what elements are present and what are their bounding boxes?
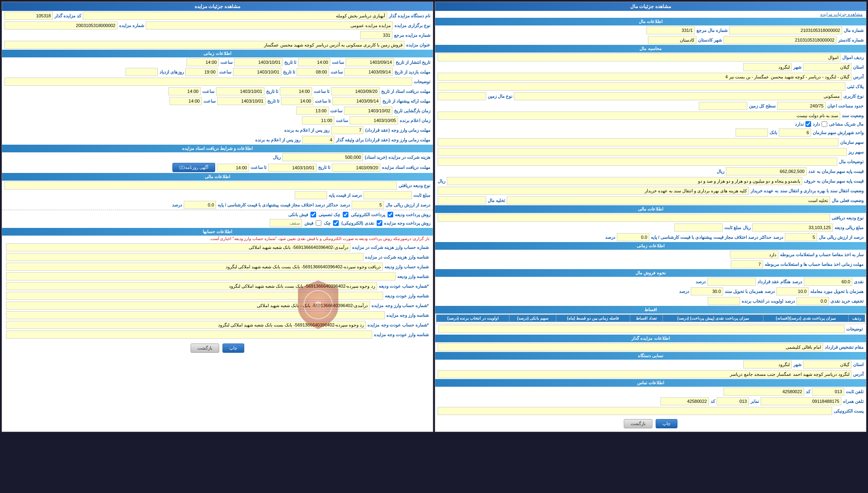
shahr-input[interactable] [743, 63, 792, 71]
asnad-mohlat-az-input[interactable] [332, 164, 380, 172]
shomare-mal-input[interactable] [729, 26, 842, 34]
mohlat-daryaft-ta-saat-input[interactable] [168, 87, 201, 95]
naghd-val-input[interactable] [804, 278, 852, 286]
mohlat-arae-ta-input[interactable] [217, 97, 266, 105]
moghaam-input[interactable] [438, 343, 823, 351]
sath-kol-input[interactable] [699, 102, 747, 110]
zaman-elam-saat-input[interactable] [302, 116, 334, 124]
tazih-zamani-input[interactable] [4, 78, 412, 86]
left-print-button[interactable]: چاپ [656, 419, 677, 428]
bazdid-az-saat-input[interactable] [297, 68, 329, 76]
right-back-button[interactable]: بازگشت [191, 343, 219, 353]
hamzaman-input[interactable] [776, 287, 809, 295]
bazdid-az-input[interactable] [344, 68, 393, 76]
mohlat-arae-ta-saat-input[interactable] [170, 97, 202, 105]
sharik-checkbox[interactable] [822, 121, 827, 127]
shahrsazman-input[interactable] [779, 129, 811, 137]
hesab-vojoh-input[interactable] [6, 301, 370, 310]
gheymatebase-text-input[interactable] [447, 177, 802, 185]
ostan-input[interactable] [803, 63, 851, 71]
shenase-odut-input[interactable] [6, 292, 383, 300]
zaman-bazgashayi-saat-input[interactable] [296, 107, 329, 115]
left-back-button[interactable]: بازگشت [624, 419, 652, 428]
mohlat-arae-az-input[interactable] [332, 97, 381, 105]
pelak-input[interactable] [438, 82, 845, 91]
enteshar-ta-input[interactable] [234, 58, 283, 66]
mohlat-daryaft-az-saat-input[interactable] [280, 87, 312, 95]
mablagh-sabet-right-input[interactable] [363, 191, 412, 199]
vaziat-feli-input[interactable] [507, 196, 830, 204]
vojoh-naghdi-cb[interactable] [377, 220, 382, 226]
bank-input[interactable] [736, 129, 768, 137]
kadaster-input[interactable] [723, 36, 837, 44]
nam-dastgah-input[interactable] [83, 12, 387, 20]
shomare-mal-marje-input[interactable] [646, 26, 695, 34]
fax-input[interactable] [660, 397, 709, 405]
mohlat-input[interactable] [731, 260, 763, 268]
noe-mal-input[interactable] [438, 92, 486, 100]
ostan-gar-input[interactable] [803, 360, 851, 369]
bazdid-ta-saat-input[interactable] [185, 68, 218, 76]
masahat-input[interactable] [777, 102, 826, 110]
noe-bargozari-input[interactable] [146, 21, 393, 29]
payment-chek-cb[interactable] [343, 212, 348, 217]
vaziat-naghl-input[interactable] [438, 187, 749, 195]
mablagh-riali-input[interactable] [752, 223, 833, 232]
asnad-mohlat-ta-input[interactable] [268, 164, 317, 172]
gheymatebase-input[interactable] [726, 167, 807, 175]
mohlat-VadiyeGozar-input[interactable] [302, 136, 334, 144]
hesab-odut-input[interactable] [6, 282, 377, 290]
onvan-input[interactable] [4, 41, 405, 49]
telefon-hamrah-input[interactable] [761, 397, 841, 405]
mohlat-araeVadiye-input[interactable] [331, 126, 363, 134]
vojoh-extra-input[interactable] [270, 219, 302, 227]
kod-mazayade-input[interactable] [4, 12, 53, 20]
darsad-paye-input[interactable] [295, 191, 327, 199]
shenase-vadiye-input[interactable] [6, 272, 396, 280]
takhfif-input[interactable] [797, 297, 829, 305]
noe-amoal-input[interactable] [438, 53, 841, 61]
telefon-sabet-input[interactable] [723, 388, 804, 396]
shahrtext-input[interactable] [648, 36, 696, 44]
olaviat-input[interactable] [708, 297, 740, 305]
shahr-gar-input[interactable] [743, 360, 792, 369]
sarAkhz-input[interactable] [730, 251, 778, 259]
takhlie-input[interactable] [438, 196, 486, 204]
mojavez-right-input[interactable] [184, 201, 216, 209]
hesab-hazina-input[interactable] [6, 243, 350, 251]
address-input[interactable] [438, 73, 851, 81]
hesab-vadiye-input[interactable] [6, 263, 383, 271]
bazdid-ta-input[interactable] [233, 68, 281, 76]
vojoh-fish-cb[interactable] [316, 220, 321, 226]
shenase-hazina-input[interactable] [6, 253, 363, 261]
shomare-mazayade-input[interactable] [4, 21, 117, 29]
noe-vadiye-right-input[interactable] [4, 181, 397, 190]
roz-azar-input[interactable] [126, 68, 158, 76]
mablagh-sabet-input[interactable] [674, 223, 723, 232]
sahme-sazman-input[interactable] [438, 138, 839, 146]
address-gar-input[interactable] [438, 370, 851, 378]
zaman-elam-input[interactable] [350, 116, 398, 124]
darsad-input[interactable] [785, 233, 817, 241]
zaman-bazgashayi-input[interactable] [344, 107, 392, 115]
hangam-input[interactable] [707, 278, 756, 286]
enteshar-az-input[interactable] [346, 58, 394, 66]
mohlat-arae-az-saat-input[interactable] [281, 97, 313, 105]
vasiat-input[interactable] [438, 112, 840, 120]
payment-fish-cb[interactable] [310, 212, 316, 217]
sharik-nadarad-checkbox[interactable] [805, 121, 811, 127]
mohlat-daryaft-az-input[interactable] [331, 87, 379, 95]
shomare-mazayade-marje-input[interactable] [360, 31, 392, 39]
agahi-button[interactable]: آگهی روزنامه(1) [172, 163, 215, 172]
breadcrumb-link[interactable]: مشاهده جزئیات مزایده [435, 11, 866, 18]
enteshar-ta-saat-input[interactable] [187, 58, 219, 66]
shenase-vojoh-input[interactable] [6, 311, 385, 319]
code-sabet-input[interactable] [812, 388, 844, 396]
noe-karbari-input[interactable] [514, 92, 842, 100]
noe-vadiye-input[interactable] [438, 214, 830, 222]
right-print-button[interactable]: چاپ [222, 343, 244, 353]
mohlat-daryaft-ta-input[interactable] [216, 87, 264, 95]
sanad-input[interactable] [691, 287, 723, 295]
code-fax-input[interactable] [717, 397, 749, 405]
enteshar-az-saat-input[interactable] [298, 58, 330, 66]
